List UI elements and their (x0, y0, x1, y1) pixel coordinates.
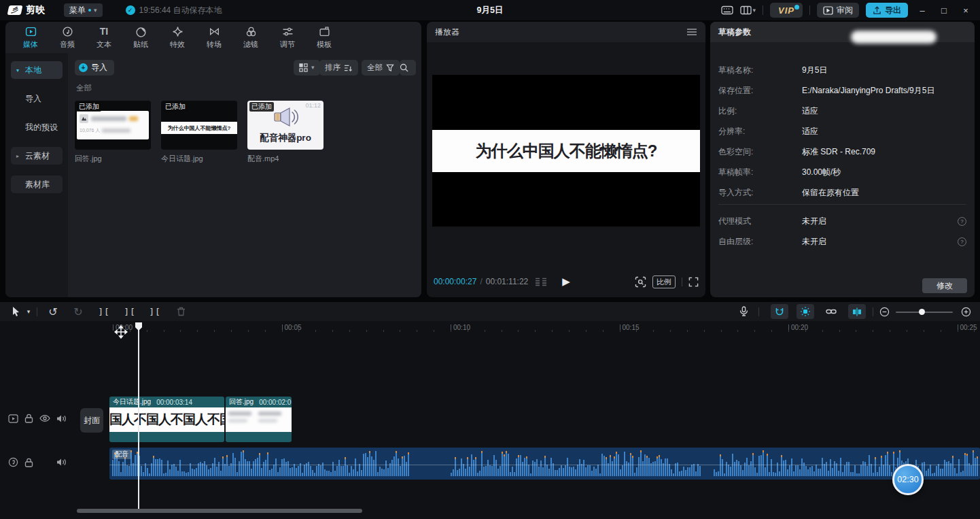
auto-link-toggle-button[interactable] (797, 304, 814, 319)
tab-transition[interactable]: 转场 (196, 25, 232, 50)
shortcut-keyboard-icon[interactable] (721, 5, 733, 15)
tab-audio[interactable]: 音频 (49, 25, 86, 50)
cover-button[interactable]: 封面 (80, 408, 103, 433)
video-preview[interactable]: 为什么中国人不能懒惰点? (432, 75, 700, 227)
export-button[interactable]: 导出 (866, 3, 908, 18)
timeline-zoom-out-button[interactable] (877, 302, 892, 321)
media-item-answer[interactable]: 已添加 10,076 人 回答.jpg (75, 101, 151, 164)
vip-button[interactable]: VIP (770, 3, 803, 18)
split-keep-right-button[interactable]: ][ (147, 302, 163, 321)
play-button[interactable]: ▶ (562, 275, 570, 288)
filter-all-button[interactable]: 全部 (362, 60, 400, 76)
record-voiceover-button[interactable] (735, 302, 752, 321)
select-tool-chevron[interactable]: ▾ (24, 302, 33, 321)
media-item-voiceover[interactable]: 已添加 01:12 配音神器pro 配音.mp4 (247, 101, 323, 164)
ruler-minor-tick (586, 330, 587, 332)
sticker-icon (135, 25, 147, 37)
import-button[interactable]: + 导入 (75, 60, 114, 76)
preview-zoom-icon[interactable] (635, 276, 646, 288)
sort-button[interactable]: 排序 (319, 60, 358, 76)
media-sidebar: ▾ 本地 导入 我的预设 ▸ 云素材 素材库 (5, 53, 68, 297)
playhead-line[interactable] (138, 322, 139, 509)
waveform-midline (109, 465, 980, 465)
search-button[interactable] (400, 60, 416, 76)
export-label: 导出 (885, 5, 901, 16)
ratio-button[interactable]: 比例 (652, 275, 676, 288)
split-keep-left-button[interactable]: ][ (122, 302, 138, 321)
clip-duration: 00:00:02:00 (259, 399, 292, 406)
section-label: 全部 (76, 83, 92, 93)
timeline-audio-clip[interactable]: 配音 (109, 448, 980, 480)
ruler-minor-tick (958, 330, 958, 332)
tab-template[interactable]: 模板 (306, 25, 343, 50)
eye-icon[interactable] (39, 414, 50, 422)
help-icon[interactable]: ? (958, 237, 966, 246)
ruler-minor-tick (231, 330, 232, 332)
tab-text[interactable]: TI 文本 (86, 25, 122, 50)
frame-view-icon[interactable] (535, 278, 547, 286)
tab-sticker[interactable]: 贴纸 (122, 25, 159, 50)
clip-thumbnail-text: 国人不国人不国人不国人 (109, 407, 224, 432)
select-tool-button[interactable] (8, 302, 23, 321)
media-thumbnail: 已添加 01:12 配音神器pro (247, 101, 323, 150)
title-bar: 彡 剪映 菜单 ▾ ✓ 19:56:44 自动保存本地 9月5日 ▾ VIP 审… (0, 0, 980, 20)
horizontal-scrollbar[interactable] (77, 509, 362, 513)
fullscreen-icon[interactable] (688, 277, 699, 287)
lock-icon[interactable] (24, 458, 33, 467)
review-button[interactable]: 审阅 (817, 3, 859, 18)
split-button[interactable]: ][ (96, 302, 112, 321)
modify-button[interactable]: 修改 (922, 278, 967, 293)
template-icon (319, 25, 330, 37)
media-tab-bar: 媒体 音频 TI 文本 贴纸 特效 转场 滤镜 调节 (5, 22, 421, 53)
tab-filter[interactable]: 滤镜 (232, 25, 269, 50)
tab-adjust[interactable]: 调节 (269, 25, 306, 50)
view-mode-button[interactable]: ▾ (294, 60, 320, 76)
vip-notification-dot (794, 5, 799, 10)
ruler-minor-tick (315, 330, 316, 332)
redo-button[interactable]: ↻ (70, 302, 86, 321)
media-content: + 导入 ▾ 排序 全部 全部 已添加 (68, 53, 421, 297)
undo-button[interactable]: ↺ (45, 302, 61, 321)
speaker-icon[interactable] (56, 414, 67, 423)
draft-panel-title: 草稿参数 (718, 27, 751, 38)
ruler-minor-tick (687, 330, 688, 332)
sidebar-item-import[interactable]: 导入 (11, 90, 63, 107)
preview-split-toggle-button[interactable] (848, 304, 866, 319)
draft-toggle-row: 代理模式 未开启 ? (718, 214, 966, 229)
divider (758, 307, 759, 316)
audio-track-controls (8, 457, 67, 467)
window-minimize-button[interactable]: – (915, 5, 930, 16)
chevron-down-icon: ▾ (311, 65, 315, 71)
player-title: 播放器 (435, 27, 459, 38)
timeline-clip-answer[interactable]: 回答.jpg 00:00:02:00 (226, 397, 292, 442)
ruler-minor-tick (265, 330, 266, 332)
window-close-button[interactable]: × (958, 5, 973, 16)
time-ruler[interactable]: 00:0000:0500:1000:1500:2000:25 (75, 321, 980, 336)
sidebar-item-material-library[interactable]: 素材库 (11, 175, 63, 193)
layout-switch-icon[interactable]: ▾ (740, 5, 756, 15)
timeline-zoom-in-button[interactable] (958, 302, 973, 321)
ruler-minor-tick (147, 330, 147, 332)
window-maximize-button[interactable]: □ (937, 5, 951, 16)
link-clips-button[interactable] (822, 302, 840, 321)
media-library-panel: 媒体 音频 TI 文本 贴纸 特效 转场 滤镜 调节 (5, 22, 421, 297)
snap-toggle-button[interactable] (771, 304, 788, 319)
timeline-zoom-slider[interactable] (896, 312, 953, 313)
megaphone-icon (273, 105, 298, 129)
sidebar-item-cloud[interactable]: ▸ 云素材 (11, 147, 63, 165)
lock-icon[interactable] (24, 414, 33, 423)
media-item-topic[interactable]: 已添加 为什么中国人不能懒惰点? 今日话题.jpg (161, 101, 237, 164)
tab-media[interactable]: 媒体 (12, 25, 49, 50)
help-icon[interactable]: ? (958, 217, 966, 226)
timeline-clip-topic[interactable]: 今日话题.jpg 00:00:03:14 国人不国人不国人不国人 (109, 397, 224, 442)
zoom-slider-handle[interactable] (919, 309, 925, 315)
ruler-minor-tick (282, 330, 283, 332)
sidebar-item-presets[interactable]: 我的预设 (11, 118, 63, 136)
speaker-icon[interactable] (56, 458, 67, 467)
draft-field-row: 保存位置: E:/Naraka/JianyingPro Drafts/9月5日 (718, 83, 966, 98)
sidebar-item-local[interactable]: ▾ 本地 (11, 61, 63, 79)
tab-effects[interactable]: 特效 (159, 25, 196, 50)
player-menu-icon[interactable] (686, 28, 697, 36)
player-controls: 00:00:00:27 / 00:01:11:22 ▶ 比例 (427, 272, 705, 291)
delete-button[interactable] (173, 302, 189, 321)
